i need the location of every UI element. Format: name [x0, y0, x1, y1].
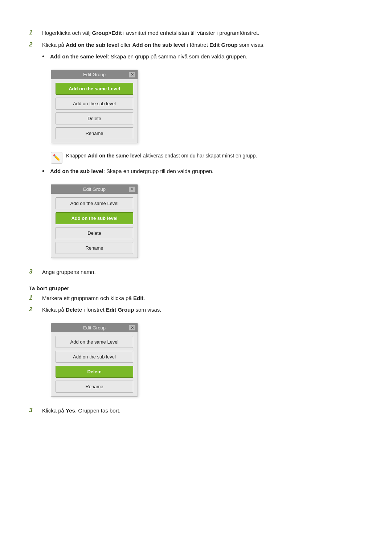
step-number-2: 2 [29, 41, 42, 48]
dialog-body-1: Add on the same Level Add on the sub lev… [51, 79, 138, 143]
note-row: ✏️ Knappen Add on the same level aktiver… [51, 152, 370, 164]
step-number-3-delete: 3 [29, 407, 42, 414]
edit-group-dialog-2: Edit Group ✕ Add on the same Level Add o… [51, 184, 138, 258]
edit-group-dialog-3: Edit Group ✕ Add on the same Level Add o… [51, 323, 138, 397]
dialog-body-2: Add on the same Level Add on the sub lev… [51, 194, 138, 258]
dialog-title-3: Edit Group [83, 325, 106, 331]
btn-rename-2[interactable]: Rename [56, 242, 133, 254]
dialog-wrapper-1: Edit Group ✕ Add on the same Level Add o… [51, 70, 138, 143]
dialog-body-3: Add on the same Level Add on the sub lev… [51, 332, 138, 396]
section-delete-heading: Ta bort grupper [29, 285, 370, 291]
dialog-wrapper-2: Edit Group ✕ Add on the same Level Add o… [51, 184, 138, 258]
btn-rename-1[interactable]: Rename [56, 127, 133, 139]
dialog-close-btn-3[interactable]: ✕ [129, 325, 135, 331]
bullet-text-same-level: Add on the same level: Skapa en grupp på… [50, 53, 248, 61]
step-1-delete: 1 Markera ett gruppnamn och klicka på Ed… [29, 294, 370, 303]
dialog-title-2: Edit Group [83, 186, 106, 192]
dialog-titlebar-3: Edit Group ✕ [51, 323, 138, 332]
dialog-title-1: Edit Group [83, 72, 106, 77]
btn-delete-3[interactable]: Delete [56, 366, 133, 378]
step-number-3-add: 3 [29, 268, 42, 275]
bullet-list-1: • Add on the same level: Skapa en grupp … [42, 53, 370, 62]
dialog-titlebar-1: Edit Group ✕ [51, 70, 138, 79]
step-3-delete-text: Klicka på Yes. Gruppen tas bort. [42, 407, 370, 415]
dialog-close-btn-2[interactable]: ✕ [129, 186, 135, 192]
step-1-delete-text: Markera ett gruppnamn och klicka på Edit… [42, 294, 370, 303]
step-3-text: Ange gruppens namn. [42, 268, 370, 276]
btn-add-same-level-3[interactable]: Add on the same Level [56, 336, 133, 348]
btn-add-same-level-2[interactable]: Add on the same Level [56, 197, 133, 209]
note-icon: ✏️ [51, 152, 62, 164]
bullet-list-2: • Add on the sub level: Skapa en undergr… [42, 167, 370, 176]
step-2-delete: 2 Klicka på Delete i fönstret Edit Group… [29, 306, 370, 314]
btn-delete-2[interactable]: Delete [56, 227, 133, 239]
btn-rename-3[interactable]: Rename [56, 381, 133, 393]
step-number-2-delete: 2 [29, 306, 42, 313]
bullet-dot-1: • [42, 52, 50, 62]
step-number-1: 1 [29, 29, 42, 36]
btn-add-sub-level-2[interactable]: Add on the sub level [56, 212, 133, 224]
step-2-text: Klicka på Add on the sub level eller Add… [42, 41, 370, 49]
bullet-item-sub-level: • Add on the sub level: Skapa en undergr… [42, 167, 370, 176]
dialog-close-btn-1[interactable]: ✕ [129, 72, 135, 78]
btn-add-sub-level-1[interactable]: Add on the sub level [56, 98, 133, 110]
step-1-add: 1 Högerklicka och välj Group>Edit i avsn… [29, 29, 370, 37]
edit-group-dialog-1: Edit Group ✕ Add on the same Level Add o… [51, 70, 138, 143]
step-1-text: Högerklicka och välj Group>Edit i avsnit… [42, 29, 370, 37]
dialog-titlebar-2: Edit Group ✕ [51, 185, 138, 194]
bullet-text-sub-level: Add on the sub level: Skapa en undergrup… [50, 167, 213, 176]
note-text: Knappen Add on the same level aktiveras … [66, 152, 257, 160]
step-3-delete: 3 Klicka på Yes. Gruppen tas bort. [29, 407, 370, 415]
step-2-delete-text: Klicka på Delete i fönstret Edit Group s… [42, 306, 370, 314]
step-3-add: 3 Ange gruppens namn. [29, 268, 370, 276]
step-number-1-delete: 1 [29, 294, 42, 301]
step-2-add: 2 Klicka på Add on the sub level eller A… [29, 41, 370, 49]
btn-add-sub-level-3[interactable]: Add on the sub level [56, 351, 133, 363]
bullet-dot-2: • [42, 167, 50, 176]
dialog-wrapper-3: Edit Group ✕ Add on the same Level Add o… [51, 323, 138, 397]
btn-add-same-level-1[interactable]: Add on the same Level [56, 83, 133, 95]
bullet-item-same-level: • Add on the same level: Skapa en grupp … [42, 53, 370, 62]
btn-delete-1[interactable]: Delete [56, 112, 133, 124]
